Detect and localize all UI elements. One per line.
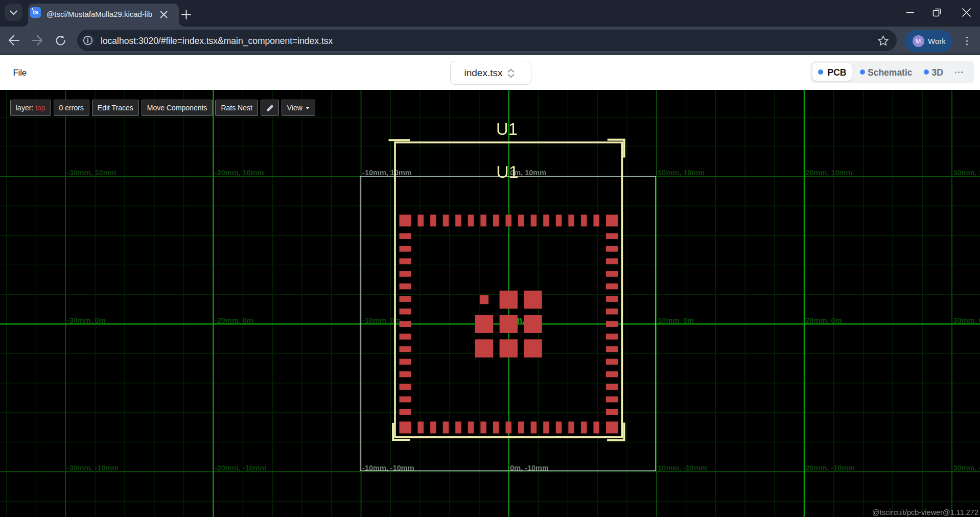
svg-text:10mm, 0m: 10mm, 0m — [658, 316, 694, 324]
svg-text:-30mm, 0m: -30mm, 0m — [67, 316, 106, 324]
svg-text:@tscircuit/pcb-viewer@1.11.272: @tscircuit/pcb-viewer@1.11.272 — [872, 508, 978, 516]
svg-text:10mm, 10mm: 10mm, 10mm — [658, 168, 705, 176]
svg-text:-20mm, 10mm: -20mm, 10mm — [215, 168, 264, 176]
svg-text:30mm, 10mm: 30mm, 10mm — [953, 168, 980, 176]
svg-text:10mm, -10mm: 10mm, -10mm — [658, 464, 707, 472]
svg-text:30mm, 0m: 30mm, 0m — [953, 316, 980, 324]
svg-text:U1: U1 — [496, 161, 518, 181]
svg-text:20mm, -10mm: 20mm, -10mm — [805, 464, 855, 472]
svg-text:U1: U1 — [496, 119, 518, 138]
svg-text:-30mm, 10mm: -30mm, 10mm — [67, 168, 116, 176]
svg-text:-30mm, -10mm: -30mm, -10mm — [67, 464, 119, 472]
svg-text:20mm, 10mm: 20mm, 10mm — [805, 168, 852, 176]
svg-text:20mm, 0m: 20mm, 0m — [805, 316, 842, 324]
svg-text:-20mm, -10mm: -20mm, -10mm — [215, 464, 266, 472]
svg-text:-10mm, 10mm: -10mm, 10mm — [362, 168, 412, 176]
svg-text:30mm, -10mm: 30mm, -10mm — [953, 464, 980, 472]
svg-text:-20mm, 0m: -20mm, 0m — [215, 316, 253, 324]
